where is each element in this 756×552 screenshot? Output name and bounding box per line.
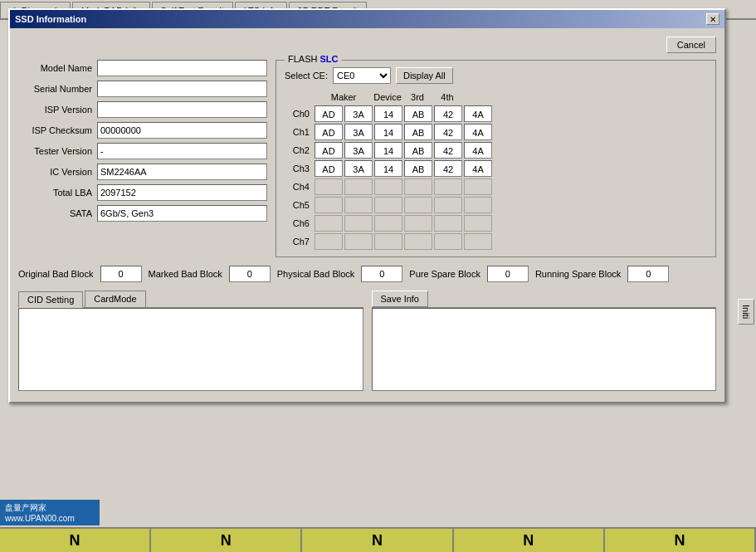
ch-cell: AB (404, 105, 432, 122)
ch-label: Ch3 (285, 164, 313, 173)
ch-cell (464, 233, 492, 250)
ch-cell: 42 (434, 142, 462, 159)
ch-cell: 4A (464, 124, 492, 140)
ch-cell (374, 233, 402, 250)
dialog-titlebar: SSD Information ✕ (10, 10, 724, 28)
status-slot: N (454, 529, 605, 552)
status-bar: NNNNN (0, 527, 756, 552)
ch-cell: AB (404, 142, 432, 159)
ch-label: Ch1 (285, 127, 313, 137)
channel-row: Ch0AD3A14AB424A (285, 105, 707, 122)
ic-version-row: IC Version (18, 164, 267, 180)
serial-number-label: Serial Number (18, 84, 97, 94)
sata-input[interactable] (97, 205, 267, 222)
save-area-wrapper: Save Info (372, 291, 717, 308)
ce-select-row: Select CE: CE0 CE1 CE2 CE3 Display All (285, 67, 707, 84)
ch-cell (374, 215, 402, 232)
serial-number-input[interactable] (97, 81, 267, 97)
tab-cid-setting[interactable]: CID Setting (18, 291, 83, 308)
close-button[interactable]: ✕ (706, 13, 719, 25)
ch-cell (404, 233, 432, 250)
ch-cell: 4A (464, 105, 492, 122)
ch-cell (344, 197, 373, 213)
physical-bad-block-label: Physical Bad Block (277, 269, 355, 279)
display-all-button[interactable]: Display All (396, 67, 453, 84)
model-name-row: Model Name (18, 60, 267, 76)
ch-cell: 14 (374, 105, 402, 122)
legend-flash: FLASH (288, 54, 317, 64)
ch-cell: AD (315, 160, 343, 177)
running-spare-block-input[interactable] (627, 266, 669, 282)
ch-cell: 3A (344, 124, 373, 140)
bottom-area: CID Setting CardMode Save Info (18, 291, 716, 393)
header-maker: Maker (315, 92, 373, 102)
ch-cell: AB (404, 160, 432, 177)
tab-cardmode[interactable]: CardMode (85, 291, 145, 307)
ic-version-input[interactable] (97, 164, 267, 180)
ch-cell: 42 (434, 160, 462, 177)
model-name-input[interactable] (97, 60, 267, 76)
total-lba-label: Total LBA (18, 188, 97, 198)
running-spare-block-label: Running Spare Block (535, 269, 621, 279)
ch-label: Ch5 (285, 200, 313, 210)
ch-cell: 4A (464, 142, 492, 159)
cid-setting-textarea[interactable] (18, 308, 363, 391)
ch-label: Ch7 (285, 237, 313, 247)
bottom-left-tabs: CID Setting CardMode (18, 291, 363, 308)
model-name-label: Model Name (18, 63, 97, 73)
ch-cell (344, 215, 373, 232)
tester-version-input[interactable] (97, 143, 267, 159)
tester-version-label: Tester Version (18, 146, 97, 156)
ce-select[interactable]: CE0 CE1 CE2 CE3 (333, 67, 391, 84)
ch-cell (315, 178, 343, 195)
ch-label: Ch2 (285, 145, 313, 155)
ch-cell: AD (315, 124, 343, 140)
stats-row: Original Bad Block Marked Bad Block Phys… (18, 266, 716, 282)
status-slot: N (0, 529, 151, 552)
ch-cell (315, 215, 343, 232)
header-3rd: 3rd (402, 92, 432, 102)
physical-bad-block-input[interactable] (361, 266, 402, 282)
ch-cell (434, 197, 462, 213)
cancel-button[interactable]: Cancel (666, 37, 716, 53)
isp-version-input[interactable] (97, 101, 267, 118)
ch-cell (404, 215, 432, 232)
isp-checksum-row: ISP Checksum (18, 122, 267, 139)
ch-cell (344, 178, 373, 195)
ch-cell: 14 (374, 124, 402, 140)
init-button[interactable]: Initi (738, 299, 754, 325)
ch-cell: 4A (464, 160, 492, 177)
save-info-button[interactable]: Save Info (372, 291, 428, 307)
total-lba-input[interactable] (97, 184, 267, 201)
isp-version-row: ISP Version (18, 101, 267, 118)
channel-row: Ch2AD3A14AB424A (285, 142, 707, 159)
bottom-left-panel: CID Setting CardMode (18, 291, 363, 393)
channel-row: Ch3AD3A14AB424A (285, 160, 707, 177)
ch-cell: 42 (434, 105, 462, 122)
ch-cell (404, 178, 432, 195)
ch-cell: AD (315, 142, 343, 159)
pure-spare-block-input[interactable] (487, 266, 529, 282)
original-bad-block-input[interactable] (100, 266, 142, 282)
total-lba-row: Total LBA (18, 184, 267, 201)
save-info-textarea[interactable] (372, 308, 717, 391)
header-device: Device (373, 92, 402, 102)
channel-grid: Ch0AD3A14AB424ACh1AD3A14AB424ACh2AD3A14A… (285, 105, 707, 250)
channel-row: Ch5 (285, 197, 707, 213)
group-legend: FLASH SLC (285, 54, 342, 64)
ch-cell (374, 178, 402, 195)
status-slot: N (605, 529, 756, 552)
ch-cell (464, 197, 492, 213)
channel-row: Ch7 (285, 233, 707, 250)
marked-bad-block-input[interactable] (229, 266, 271, 282)
legend-slc: SLC (320, 54, 339, 64)
ch-cell (434, 215, 462, 232)
cancel-btn-area: Cancel (18, 37, 716, 53)
ch-cell (315, 197, 343, 213)
serial-number-row: Serial Number (18, 81, 267, 97)
dialog-title: SSD Information (15, 14, 86, 24)
flash-slc-group: FLASH SLC Select CE: CE0 CE1 CE2 CE3 Dis… (276, 60, 716, 257)
ch-cell (464, 215, 492, 232)
isp-checksum-input[interactable] (97, 122, 267, 139)
ch-cell (464, 178, 492, 195)
